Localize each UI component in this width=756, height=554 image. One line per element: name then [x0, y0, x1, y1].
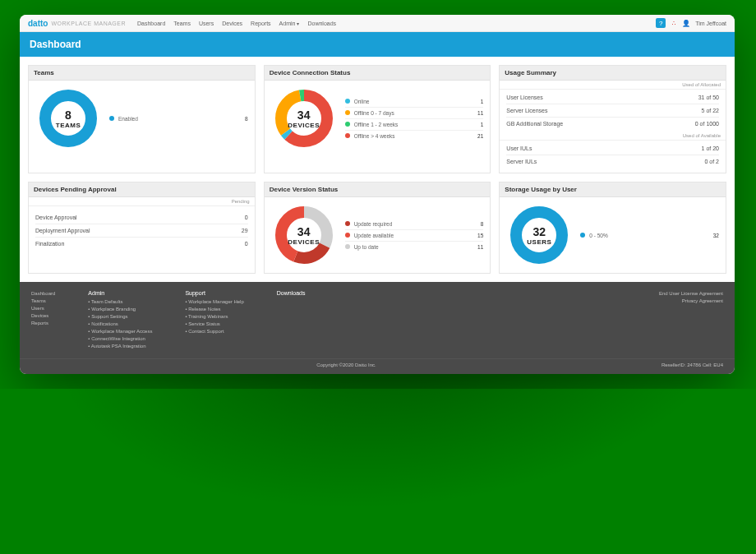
legend-label: Up to date	[354, 244, 474, 250]
footer-link[interactable]: Notifications	[88, 321, 152, 328]
legend-dot-icon	[109, 116, 114, 121]
footer-link[interactable]: Users	[31, 305, 55, 312]
nav-users[interactable]: Users	[199, 21, 214, 26]
legend-value: 32	[713, 233, 719, 238]
legend-value: 8	[481, 221, 484, 227]
legend-label: Update required	[354, 221, 477, 227]
reseller-info: ResellerID: 24786 Cell: EU4	[662, 362, 723, 367]
footer-link[interactable]: Contact Support	[185, 328, 243, 335]
user-icon[interactable]: 👤	[682, 20, 690, 27]
footer-link[interactable]: End User License Agreement	[659, 290, 723, 298]
legend-item: Offline > 4 weeks 21	[345, 131, 484, 141]
row-label: Server Licenses	[506, 108, 547, 113]
legend-label: 0 - 50%	[589, 233, 709, 238]
footer-downloads-title[interactable]: Downloads	[277, 290, 306, 296]
footer-link[interactable]: Team Defaults	[88, 298, 152, 306]
card-teams: Teams 8 TEAMS Enabled 8	[28, 65, 256, 173]
footer-col-legal: End User License AgreementPrivacy Agreem…	[659, 290, 723, 350]
legend-item: Update required 8	[345, 219, 484, 230]
legend-dot-icon	[345, 221, 350, 226]
footer-col-admin: AdminTeam DefaultsWorkplace BrandingSupp…	[88, 290, 152, 350]
card-pending-title: Devices Pending Approval	[29, 182, 255, 197]
footer-link[interactable]: Release Notes	[185, 306, 243, 313]
nav-admin[interactable]: Admin▾	[279, 21, 300, 26]
legend-value: 1	[481, 122, 484, 127]
legend-item: Online 1	[345, 96, 484, 108]
nav-admin-label: Admin	[279, 21, 296, 26]
row-label: Device Approval	[35, 215, 77, 220]
table-row: Device Approval 0	[35, 211, 248, 224]
legend-value: 8	[245, 116, 248, 122]
footer-admin-title: Admin	[88, 290, 152, 296]
nav-devices[interactable]: Devices	[222, 21, 242, 26]
footer-col-nav: DashboardTeamsUsersDevicesReports	[31, 290, 55, 350]
pending-sub: Pending	[29, 197, 255, 206]
legend-dot-icon	[580, 233, 585, 238]
legend-item: 0 - 50% 32	[580, 230, 719, 241]
row-value: 1 of 20	[702, 145, 719, 151]
help-button[interactable]: ?	[656, 18, 666, 28]
legend-value: 11	[477, 244, 483, 250]
nav-downloads[interactable]: Downloads	[307, 21, 336, 26]
nav-dashboard[interactable]: Dashboard	[137, 21, 165, 26]
teams-legend: Enabled 8	[109, 113, 248, 124]
footer-link[interactable]: Workplace Manager Access	[88, 328, 152, 335]
teams-count: 8	[65, 108, 71, 122]
nav-teams[interactable]: Teams	[173, 21, 191, 26]
card-usage: Usage Summary Used of Allocated User Lic…	[499, 65, 726, 173]
table-row: Server Licenses 5 of 22	[506, 104, 719, 118]
legend-item: Update available 15	[345, 230, 484, 242]
main-nav: Dashboard Teams Users Devices Reports Ad…	[137, 21, 336, 26]
card-connection-title: Device Connection Status	[265, 66, 491, 81]
user-name[interactable]: Tim Jeffcoat	[695, 21, 726, 26]
usage-allocated-rows: User Licenses 31 of 50 Server Licenses 5…	[500, 90, 726, 132]
footer-link[interactable]: Devices	[31, 312, 55, 320]
org-icon[interactable]: ⛬	[671, 20, 677, 27]
legend-label: Offline 1 - 2 weeks	[354, 122, 477, 127]
row-value: 5 of 22	[702, 108, 719, 113]
footer-link[interactable]: Privacy Agreement	[659, 298, 723, 305]
row-value: 29	[242, 228, 248, 233]
card-version-title: Device Version Status	[265, 182, 491, 197]
footer-link[interactable]: Training Webinars	[185, 313, 243, 321]
footer-support-title: Support	[185, 290, 243, 296]
card-usage-title: Usage Summary	[500, 66, 726, 81]
footer-link[interactable]: Autotask PSA Integration	[88, 343, 152, 350]
card-storage: Storage Usage by User 32 USERS 0 - 50% 3…	[499, 182, 726, 274]
legend-dot-icon	[345, 99, 350, 104]
table-row: Finalization 0	[35, 238, 248, 250]
footer-link[interactable]: Workplace Branding	[88, 306, 152, 313]
card-teams-title: Teams	[29, 66, 255, 81]
connection-legend: Online 1 Offline 0 - 7 days 11 Offline 1…	[345, 96, 484, 141]
card-storage-title: Storage Usage by User	[500, 182, 726, 197]
footer-link[interactable]: Support Settings	[88, 313, 152, 321]
topbar: datto WORKPLACE MANAGER Dashboard Teams …	[20, 15, 735, 32]
nav-reports[interactable]: Reports	[251, 21, 271, 26]
footer-link[interactable]: Teams	[31, 298, 55, 305]
row-value: 31 of 50	[698, 95, 719, 100]
footer-col-support: SupportWorkplace Manager HelpRelease Not…	[185, 290, 243, 350]
row-value: 0	[245, 215, 248, 220]
footer-link[interactable]: Workplace Manager Help	[185, 298, 243, 306]
legend-item: Offline 0 - 7 days 11	[345, 108, 484, 119]
card-pending: Devices Pending Approval Pending Device …	[28, 182, 256, 274]
legend-item: Enabled 8	[109, 113, 248, 124]
legend-label: Offline 0 - 7 days	[354, 110, 474, 116]
footer-link[interactable]: Dashboard	[31, 290, 55, 298]
version-label: DEVICES	[288, 238, 320, 246]
row-label: GB Additional Storage	[506, 121, 563, 127]
legend-label: Online	[354, 99, 477, 104]
version-donut: 34 DEVICES	[271, 202, 337, 268]
storage-count: 32	[533, 225, 546, 238]
row-value: 0	[245, 241, 248, 247]
footer-link[interactable]: Reports	[31, 320, 55, 327]
version-count: 34	[297, 225, 311, 238]
footer-link[interactable]: Service Status	[185, 321, 243, 328]
chevron-down-icon: ▾	[297, 21, 299, 26]
footer-link[interactable]: ConnectWise Integration	[88, 335, 152, 343]
legend-dot-icon	[345, 133, 350, 138]
legend-dot-icon	[345, 122, 350, 127]
app-window: datto WORKPLACE MANAGER Dashboard Teams …	[20, 15, 735, 374]
legend-dot-icon	[345, 244, 350, 249]
legend-item: Up to date 11	[345, 242, 484, 252]
